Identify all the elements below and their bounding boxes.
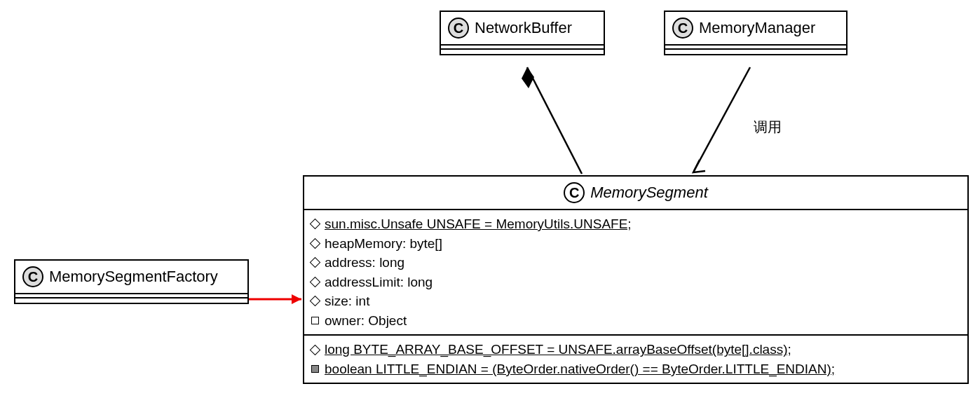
attribute-row: addressLimit: long (311, 273, 960, 292)
visibility-icon (310, 257, 321, 268)
class-name-label: NetworkBuffer (475, 19, 572, 37)
visibility-icon (311, 365, 319, 373)
class-attributes-section: sun.misc.Unsafe UNSAFE = MemoryUtils.UNS… (304, 210, 967, 334)
class-memorysegment: C MemorySegment sun.misc.Unsafe UNSAFE =… (303, 175, 969, 384)
class-name-label: MemorySegment (590, 184, 708, 202)
visibility-icon (310, 238, 321, 249)
class-stereotype-icon: C (448, 18, 469, 39)
attribute-row: heapMemory: byte[] (311, 234, 960, 254)
visibility-icon (310, 344, 321, 355)
class-header: C MemorySegmentFactory (15, 261, 247, 294)
class-empty-section (665, 50, 846, 54)
class-statics-section: long BYTE_ARRAY_BASE_OFFSET = UNSAFE.arr… (304, 334, 967, 383)
edge-memorymanager-memorysegment (694, 67, 750, 171)
attribute-text: owner: Object (325, 311, 407, 331)
arrowhead-open (693, 160, 705, 172)
class-name-label: MemoryManager (699, 19, 815, 37)
attribute-row: address: long (311, 253, 960, 273)
visibility-icon (310, 296, 321, 307)
class-memorymanager: C MemoryManager (664, 11, 848, 55)
class-header: C NetworkBuffer (441, 12, 604, 46)
attribute-row: owner: Object (311, 311, 960, 331)
class-stereotype-icon: C (22, 266, 43, 287)
attribute-text: size: int (325, 291, 369, 311)
class-header: C MemoryManager (665, 12, 846, 46)
visibility-icon (310, 219, 321, 230)
attribute-row: long BYTE_ARRAY_BASE_OFFSET = UNSAFE.arr… (311, 340, 960, 359)
class-empty-section (441, 50, 604, 54)
class-empty-section (15, 298, 247, 303)
attribute-row: boolean LITTLE_ENDIAN = (ByteOrder.nativ… (311, 359, 960, 379)
visibility-icon (310, 277, 321, 288)
attribute-text: sun.misc.Unsafe UNSAFE = MemoryUtils.UNS… (325, 214, 632, 234)
class-networkbuffer: C NetworkBuffer (440, 11, 605, 55)
edge-networkbuffer-memorysegment (527, 67, 582, 174)
attribute-text: long BYTE_ARRAY_BASE_OFFSET = UNSAFE.arr… (325, 340, 791, 359)
class-name-label: MemorySegmentFactory (49, 268, 218, 286)
attribute-text: addressLimit: long (325, 273, 433, 292)
class-memorysegmentfactory: C MemorySegmentFactory (14, 259, 249, 304)
class-stereotype-icon: C (672, 18, 693, 39)
attribute-text: heapMemory: byte[] (325, 234, 442, 254)
attribute-text: boolean LITTLE_ENDIAN = (ByteOrder.nativ… (325, 359, 835, 379)
relationship-label: 调用 (754, 118, 782, 137)
arrowhead-red (292, 294, 301, 304)
composition-diamond (522, 67, 534, 88)
class-stereotype-icon: C (564, 182, 585, 203)
visibility-icon (311, 317, 319, 324)
class-header: C MemorySegment (304, 177, 967, 210)
attribute-row: size: int (311, 291, 960, 311)
attribute-row: sun.misc.Unsafe UNSAFE = MemoryUtils.UNS… (311, 214, 960, 234)
attribute-text: address: long (325, 253, 404, 273)
